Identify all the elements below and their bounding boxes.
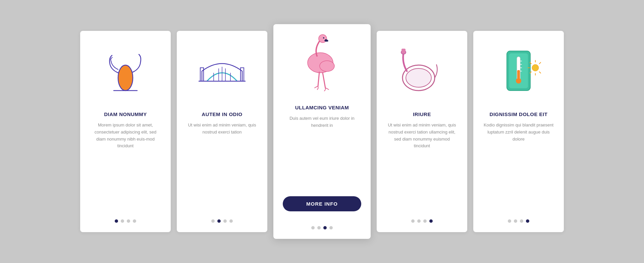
card-dignissim-doloe-eit: DIGNISSIM DOLOE EIT Kodio dignissim qui …	[473, 31, 564, 232]
card-icon-thermometer	[483, 41, 554, 101]
card-2-text: Ut wisi enim ad minim veniam, quis nostr…	[186, 122, 258, 213]
card-1-text: Morem ipsum dolor sit amet, consectetuer…	[90, 122, 161, 213]
dot-2-1	[217, 219, 221, 223]
dot-5-3	[526, 219, 529, 223]
card-2-dots	[211, 219, 233, 223]
dot-5-1	[514, 219, 517, 223]
svg-point-17	[406, 68, 431, 87]
dot-4-1	[417, 219, 421, 223]
svg-point-11	[320, 61, 334, 71]
card-icon-bridge	[186, 41, 258, 101]
dot-1-3	[133, 219, 136, 223]
dot-4-0	[411, 219, 415, 223]
svg-point-0	[118, 65, 133, 91]
card-diam-nonummy: DIAM NONUMMY Morem ipsum dolor sit amet,…	[80, 31, 171, 232]
card-ullamcing-veniam: ULLAMCING VENIAM Duis autem vel eum iriu…	[273, 24, 371, 239]
card-5-text: Kodio dignissim qui blandit praesent lup…	[483, 122, 554, 213]
dot-5-0	[508, 219, 511, 223]
dot-1-1	[121, 219, 124, 223]
dot-2-2	[223, 219, 227, 223]
card-1-title: DIAM NONUMMY	[104, 111, 147, 117]
card-3-title: ULLAMCING VENIAM	[295, 105, 349, 110]
svg-point-29	[532, 64, 539, 71]
svg-line-33	[539, 62, 541, 64]
dot-2-0	[211, 219, 215, 223]
svg-line-34	[539, 72, 541, 73]
card-3-dots	[311, 226, 333, 229]
card-5-title: DIGNISSIM DOLOE EIT	[490, 111, 548, 117]
svg-line-14	[318, 72, 319, 86]
card-icon-cactus	[90, 41, 161, 101]
card-5-dots	[508, 219, 529, 223]
more-info-button[interactable]: MORE INFO	[283, 196, 361, 211]
card-icon-snorkel	[386, 41, 458, 101]
card-3-text: Duis autem vel eum iriure dolor in hendr…	[283, 115, 361, 190]
svg-point-24	[516, 78, 521, 84]
dot-3-3	[329, 226, 333, 229]
dot-1-2	[127, 219, 130, 223]
card-4-dots	[411, 219, 433, 223]
card-1-dots	[115, 219, 136, 223]
card-4-text: Ut wisi enim ad minim veniam, quis nostr…	[386, 122, 458, 213]
svg-rect-19	[401, 49, 406, 51]
dot-3-2	[323, 226, 327, 229]
dot-2-3	[229, 219, 233, 223]
card-4-title: IRIURE	[413, 111, 431, 117]
dot-4-3	[429, 219, 433, 223]
svg-line-15	[323, 73, 325, 88]
dot-4-2	[423, 219, 427, 223]
dot-3-0	[311, 226, 315, 229]
card-icon-flamingo	[283, 34, 361, 95]
cards-container: DIAM NONUMMY Morem ipsum dolor sit amet,…	[67, 11, 577, 252]
dot-5-2	[520, 219, 523, 223]
card-2-title: AUTEM IN ODIO	[202, 111, 243, 117]
card-autem-in-odio: AUTEM IN ODIO Ut wisi enim ad minim veni…	[177, 31, 267, 232]
svg-point-13	[323, 37, 324, 39]
dot-3-1	[317, 226, 321, 229]
card-iriure: IRIURE Ut wisi enim ad minim veniam, qui…	[377, 31, 467, 232]
dot-1-0	[115, 219, 118, 223]
